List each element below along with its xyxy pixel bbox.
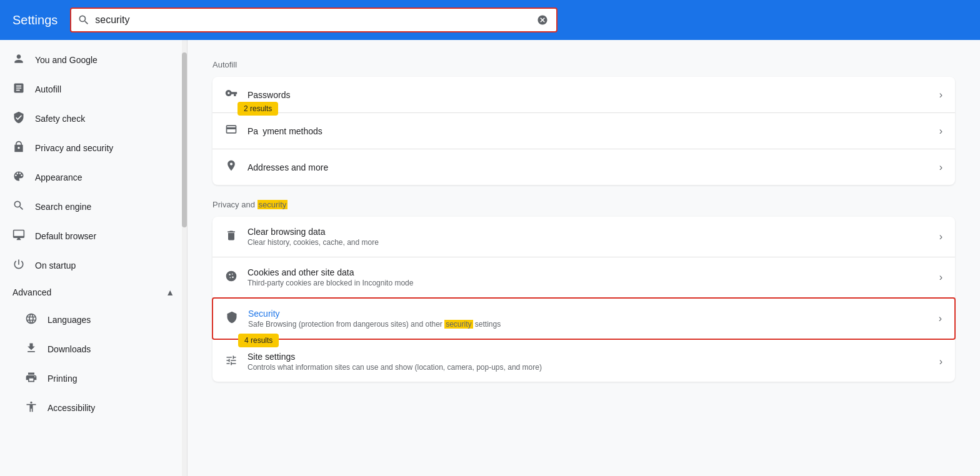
security-badge: 4 results: [238, 334, 279, 347]
sidebar-item-label: Safety check: [35, 114, 85, 124]
globe-icon: [25, 312, 38, 327]
autofill-section-title: Autofill: [212, 60, 955, 69]
sidebar-item-label: Default browser: [35, 231, 96, 241]
print-icon: [25, 371, 38, 385]
privacy-section-title: Privacy and security: [212, 200, 955, 209]
arrow-right-icon: ›: [939, 231, 942, 242]
sidebar-item-label: Appearance: [35, 172, 82, 182]
sidebar-item-printing[interactable]: Printing: [0, 364, 182, 393]
sidebar-item-label: Printing: [48, 374, 77, 384]
sidebar-item-safety-check[interactable]: Safety check: [0, 104, 182, 133]
advanced-label: Advanced: [12, 287, 51, 297]
sidebar-item-label: Search engine: [35, 202, 91, 212]
clear-browsing-subtitle: Clear history, cookies, cache, and more: [248, 238, 939, 247]
header: Settings: [0, 0, 980, 40]
arrow-right-icon: ›: [939, 162, 942, 173]
sidebar-item-autofill[interactable]: Autofill: [0, 74, 182, 104]
person-icon: [12, 52, 25, 67]
credit-card-icon: [225, 123, 238, 139]
sidebar-item-label: Autofill: [35, 84, 61, 94]
site-settings-subtitle: Controls what information sites can use …: [248, 363, 939, 372]
arrow-right-icon: ›: [939, 313, 942, 324]
sidebar-item-label: Downloads: [48, 344, 91, 354]
clear-browsing-item[interactable]: Clear browsing data Clear history, cooki…: [212, 217, 955, 257]
advanced-section-header[interactable]: Advanced ▲: [0, 280, 187, 305]
sidebar-item-on-startup[interactable]: On startup: [0, 250, 182, 280]
svg-point-2: [232, 273, 233, 274]
passwords-badge: 2 results: [238, 102, 278, 116]
addresses-item[interactable]: Addresses and more ›: [212, 149, 955, 185]
palette-icon: [12, 170, 25, 184]
site-settings-item[interactable]: Site settings Controls what information …: [212, 342, 955, 382]
security-item[interactable]: Security Safe Browsing (protection from …: [212, 297, 956, 340]
search-wrapper: [70, 7, 558, 32]
sidebar-item-downloads[interactable]: Downloads: [0, 334, 182, 364]
search-input[interactable]: [95, 14, 530, 26]
sidebar-item-label: Privacy and security: [35, 143, 113, 153]
desktop-icon: [12, 229, 25, 243]
chevron-up-icon: ▲: [166, 287, 174, 297]
payment-methods-item[interactable]: Payyment methods ›: [212, 113, 955, 149]
sidebar-item-default-browser[interactable]: Default browser: [0, 221, 182, 250]
arrow-right-icon: ›: [939, 89, 942, 101]
sidebar-item-appearance[interactable]: Appearance: [0, 162, 182, 192]
article-icon: [12, 82, 25, 96]
sidebar-item-label: Accessibility: [48, 403, 95, 413]
addresses-title: Addresses and more: [248, 162, 939, 172]
delete-icon: [225, 229, 238, 245]
shield-icon: [226, 311, 238, 327]
sidebar-item-you-and-google[interactable]: You and Google: [0, 45, 182, 74]
clear-browsing-title: Clear browsing data: [248, 227, 939, 237]
sidebar-item-languages[interactable]: Languages: [0, 305, 182, 334]
cookies-item[interactable]: Cookies and other site data Third-party …: [212, 257, 955, 298]
content-area: Autofill Passwords › 2 results: [188, 40, 980, 476]
cookie-icon: [225, 270, 238, 285]
app-title: Settings: [12, 13, 58, 27]
highlight-security-subtitle: security: [444, 320, 472, 329]
svg-point-4: [230, 277, 231, 278]
privacy-card: Clear browsing data Clear history, cooki…: [212, 217, 955, 382]
svg-point-0: [226, 270, 237, 281]
cookies-subtitle: Third-party cookies are blocked in Incog…: [248, 279, 939, 287]
svg-point-3: [232, 276, 234, 278]
clear-search-button[interactable]: [535, 12, 550, 27]
site-settings-title: Site settings: [248, 352, 939, 362]
arrow-right-icon: ›: [939, 272, 942, 283]
sidebar-item-accessibility[interactable]: Accessibility: [0, 393, 182, 422]
highlight-security: security: [258, 200, 288, 209]
search-bar: [70, 7, 558, 32]
cookies-title: Cookies and other site data: [248, 267, 939, 277]
search-icon: [78, 14, 90, 26]
key-icon: [225, 87, 238, 102]
passwords-title: Passwords: [248, 90, 939, 100]
main-layout: You and Google Autofill Safety check Pri…: [0, 40, 980, 476]
payment-title: Payyment methods: [248, 126, 939, 136]
sidebar-item-label: Languages: [48, 315, 91, 325]
arrow-right-icon: ›: [939, 126, 942, 137]
sidebar-item-search-engine[interactable]: Search engine: [0, 192, 182, 221]
autofill-card: Passwords › 2 results Payyment methods ›: [212, 77, 955, 185]
passwords-item[interactable]: Passwords › 2 results: [212, 77, 955, 113]
tune-icon: [225, 354, 238, 370]
sidebar: You and Google Autofill Safety check Pri…: [0, 40, 188, 476]
download-icon: [25, 342, 38, 356]
sidebar-item-label: On startup: [35, 260, 76, 270]
accessibility-icon: [25, 400, 38, 415]
shield-icon: [12, 111, 25, 126]
power-icon: [12, 258, 25, 272]
search-icon: [12, 199, 25, 214]
security-subtitle: Safe Browsing (protection from dangerous…: [248, 320, 939, 329]
security-title: Security: [248, 309, 939, 319]
lock-icon: [12, 141, 25, 155]
arrow-right-icon: ›: [939, 356, 942, 367]
svg-point-1: [229, 274, 231, 275]
sidebar-item-label: You and Google: [35, 55, 98, 65]
sidebar-item-privacy-and-security[interactable]: Privacy and security: [0, 133, 182, 162]
location-icon: [225, 159, 238, 175]
